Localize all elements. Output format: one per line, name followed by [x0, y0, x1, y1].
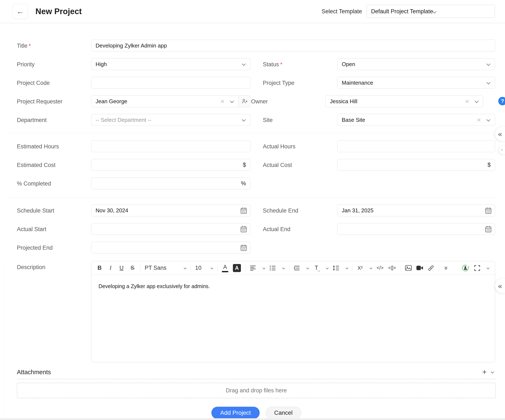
- project-type-value: Maintenance: [342, 80, 373, 86]
- calendar-icon[interactable]: [485, 226, 492, 234]
- more-tools-button[interactable]: »: [442, 265, 451, 271]
- italic-button[interactable]: I: [107, 264, 114, 272]
- clear-icon[interactable]: ×: [477, 116, 481, 123]
- project-requester-value: Jean George: [95, 98, 127, 105]
- projected-end-row: Projected End: [17, 242, 495, 254]
- template-select-value: Default Project Template: [371, 8, 433, 15]
- zia-assist-button[interactable]: [461, 264, 469, 272]
- highlight-color-button[interactable]: A: [233, 264, 241, 272]
- indent-button[interactable]: [294, 264, 300, 272]
- form-content: Title* Developing Zylker Admin app Prior…: [0, 23, 495, 419]
- cancel-button[interactable]: Cancel: [265, 407, 301, 419]
- header-bar: ← New Project Select Template Default Pr…: [0, 0, 505, 23]
- calendar-icon[interactable]: [485, 207, 492, 216]
- line-spacing-button[interactable]: [333, 264, 339, 272]
- chevron-down-icon[interactable]: [491, 370, 494, 373]
- insert-link-button[interactable]: [428, 264, 434, 272]
- page-title: New Project: [35, 7, 82, 16]
- template-picker: Select Template Default Project Template: [322, 5, 495, 18]
- bold-button[interactable]: B: [96, 264, 103, 272]
- chevron-down-icon[interactable]: [306, 267, 309, 269]
- description-textarea[interactable]: Developing a Zylker app exclusively for …: [91, 275, 495, 362]
- collapse-icon: «: [498, 130, 502, 138]
- code-button[interactable]: </>: [377, 264, 384, 272]
- site-value: Base Site: [342, 117, 365, 123]
- text-direction-button[interactable]: T→: [313, 264, 320, 272]
- collapse-panel-tab[interactable]: «: [495, 126, 505, 141]
- add-attachment-button[interactable]: +: [482, 368, 487, 376]
- underline-button[interactable]: U: [118, 264, 125, 272]
- chevron-down-icon[interactable]: [326, 267, 329, 269]
- template-select[interactable]: Default Project Template: [367, 5, 495, 18]
- title-input[interactable]: Developing Zylker Admin app: [91, 40, 495, 51]
- currency-suffix: $: [243, 162, 246, 168]
- estimated-cost-input[interactable]: $: [91, 159, 250, 171]
- user-sync-icon: [461, 264, 469, 272]
- pencil-icon: [391, 265, 393, 271]
- file-dropzone[interactable]: Drag and drop files here: [17, 383, 496, 398]
- attachments-label: Attachments: [17, 369, 51, 376]
- calendar-icon[interactable]: [240, 207, 247, 216]
- rich-text-editor: B I U S PT Sans 10 A: [91, 261, 495, 362]
- status-select[interactable]: Open: [337, 58, 495, 70]
- chevron-down-icon[interactable]: [282, 267, 285, 269]
- priority-select[interactable]: High: [91, 58, 250, 70]
- chevron-down-icon[interactable]: [487, 267, 489, 269]
- insert-image-button[interactable]: [405, 264, 412, 272]
- projected-end-input[interactable]: [91, 242, 250, 254]
- estimated-hours-input[interactable]: [91, 140, 250, 152]
- project-type-select[interactable]: Maintenance: [337, 77, 495, 89]
- insert-video-button[interactable]: [417, 264, 423, 272]
- code-type-row: Project Code Project Type Maintenance: [17, 77, 495, 89]
- chevron-down-icon[interactable]: [346, 267, 348, 269]
- cost-row: Estimated Cost $ Actual Cost $: [17, 159, 495, 171]
- status-value: Open: [342, 61, 355, 68]
- align-button[interactable]: [250, 264, 256, 272]
- font-family-value: PT Sans: [145, 265, 166, 271]
- attachments-header: Attachments +: [17, 368, 496, 376]
- project-requester-combo: Jean George ×: [91, 95, 250, 107]
- calendar-icon[interactable]: [240, 244, 247, 253]
- description-row: Description B I U S PT Sans 10: [17, 261, 495, 362]
- code-edit-button[interactable]: < >: [388, 264, 396, 272]
- text-color-button[interactable]: A: [222, 264, 228, 272]
- actual-start-label: Actual Start: [17, 223, 91, 233]
- description-label: Description: [17, 261, 91, 271]
- site-select[interactable]: Base Site ×: [337, 114, 495, 126]
- chevron-down-icon[interactable]: [370, 267, 372, 269]
- calendar-icon[interactable]: [240, 226, 247, 234]
- font-size-select[interactable]: 10: [195, 264, 213, 272]
- chevron-down-icon[interactable]: [263, 267, 265, 269]
- schedule-start-input[interactable]: Nov 30, 2024: [91, 204, 250, 216]
- collapse-panel-tab-small[interactable]: ‹: [499, 145, 505, 154]
- attachments-actions: +: [482, 368, 496, 376]
- actual-hours-input[interactable]: [337, 140, 495, 152]
- back-button[interactable]: ←: [13, 4, 28, 19]
- clear-icon[interactable]: ×: [221, 98, 224, 105]
- list-button[interactable]: [270, 264, 276, 272]
- schedule-end-input[interactable]: Jan 31, 2025: [337, 204, 495, 216]
- fullscreen-button[interactable]: [474, 264, 480, 272]
- superscript-button[interactable]: X²: [357, 264, 363, 272]
- requester-owner-row: Project Requester Jean George ×: [17, 95, 495, 107]
- help-badge[interactable]: ?: [498, 97, 505, 105]
- owner-select[interactable]: Jessica Hill ×: [326, 95, 483, 107]
- font-family-select[interactable]: PT Sans: [145, 264, 186, 272]
- percent-completed-input[interactable]: %: [91, 178, 250, 189]
- actual-start-input[interactable]: [91, 223, 250, 235]
- color-bar: [222, 271, 228, 272]
- add-project-button[interactable]: Add Project: [211, 407, 260, 419]
- required-asterisk: *: [29, 43, 31, 49]
- project-requester-select[interactable]: Jean George ×: [91, 95, 239, 107]
- strikethrough-button[interactable]: S: [129, 264, 136, 272]
- clear-icon[interactable]: ×: [465, 98, 469, 105]
- person-add-icon: [241, 98, 248, 104]
- project-code-input[interactable]: [91, 77, 250, 89]
- actual-end-input[interactable]: [337, 223, 495, 235]
- add-user-button[interactable]: [239, 95, 250, 107]
- department-select[interactable]: -- Select Department --: [91, 114, 250, 126]
- project-type-label: Project Type: [263, 77, 337, 86]
- action-buttons: Add Project Cancel: [17, 407, 496, 419]
- collapse-panel-tab[interactable]: «: [495, 278, 505, 293]
- actual-cost-input[interactable]: $: [337, 159, 495, 171]
